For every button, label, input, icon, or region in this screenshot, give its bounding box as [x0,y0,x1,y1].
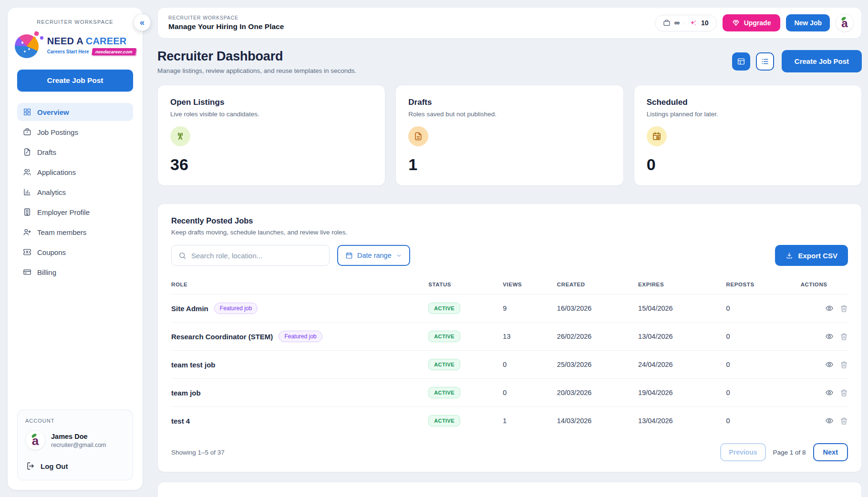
job-role: test 4 [171,417,190,425]
view-icon[interactable] [825,416,834,425]
job-created: 25/03/2026 [557,351,638,379]
jobs-table: ROLE STATUS VIEWS CREATED EXPIRES REPOST… [171,275,848,435]
view-icon[interactable] [825,332,834,341]
stat-cards: Open Listings Live roles visible to cand… [157,85,862,186]
status-badge: ACTIVE [428,303,460,314]
stat-card-drafts: Drafts Roles saved but not published. 1 [395,85,623,186]
table-header-row: ROLE STATUS VIEWS CREATED EXPIRES REPOST… [171,275,848,294]
header-actions: ACTIONS [801,275,848,294]
header-views: VIEWS [503,275,557,294]
sidebar-item-employer-profile[interactable]: Employer Profile [17,203,133,221]
table-icon [737,57,745,66]
view-icon[interactable] [825,304,834,313]
stat-value: 0 [647,155,849,174]
logout-button[interactable]: Log Out [25,459,125,473]
account-card: ACCOUNT a James Doe recruiter@gmail.com … [17,410,133,480]
stat-value: 36 [170,155,372,174]
create-job-post-button[interactable]: Create Job Post [782,50,862,72]
delete-icon[interactable] [840,304,848,313]
dashboard-header: Recruiter Dashboard Manage listings, rev… [157,49,862,74]
table-row: team job ACTIVE 0 20/03/2026 19/04/2026 … [171,379,848,407]
view-icon[interactable] [825,388,834,397]
building-icon [23,208,31,216]
recently-posted-jobs-card: Recently Posted Jobs Keep drafts moving,… [157,203,862,472]
brand-logo: NEED A CAREER Careers Start Here needaca… [17,31,133,59]
sidebar-collapse-button[interactable]: « [134,14,151,31]
sidebar-item-job-postings[interactable]: Job Postings [17,123,133,141]
sidebar-item-label: Analytics [37,188,66,196]
stat-card-open-listings: Open Listings Live roles visible to cand… [157,85,385,186]
job-expires: 19/04/2026 [638,379,726,407]
brand-tagline: Careers Start Here [47,49,89,54]
gem-icon [732,19,740,27]
account-email: recruiter@gmail.com [51,442,106,448]
briefcase-icon [23,128,31,136]
status-badge: ACTIVE [428,359,460,370]
ticket-icon [23,248,31,256]
status-badge: ACTIVE [428,415,460,426]
sidebar-nav: Overview Job Postings Drafts Application… [17,103,133,281]
delete-icon[interactable] [840,417,848,425]
sidebar-item-overview[interactable]: Overview [17,103,133,121]
chevron-down-icon [396,253,402,259]
job-reposts: 0 [726,294,801,323]
chevrons-left-icon: « [140,18,145,28]
download-icon [785,252,793,259]
delete-icon[interactable] [840,361,848,369]
page-subtitle: Manage listings, review applications, an… [157,67,356,74]
page-indicator: Page 1 of 8 [773,449,806,456]
table-row: Site AdminFeatured job ACTIVE 9 16/03/20… [171,294,848,323]
job-expires: 13/04/2026 [638,323,726,351]
user-plus-icon [23,228,31,236]
page-title: Recruiter Dashboard [157,49,356,64]
user-avatar[interactable]: a [836,14,854,32]
brand-domain-badge: needacareer.com [92,48,136,55]
delete-icon[interactable] [840,333,848,341]
credits-pill[interactable]: ∞ · 10 [655,15,717,31]
job-role: team job [171,389,201,397]
table-view-toggle[interactable] [732,52,750,71]
export-csv-button[interactable]: Export CSV [775,245,848,266]
calendar-clock-icon [647,126,667,146]
credits-count: 10 [701,19,709,27]
sidebar-item-applications[interactable]: Applications [17,163,133,181]
job-views: 1 [503,407,557,435]
previous-page-button[interactable]: Previous [720,443,765,461]
sidebar-item-drafts[interactable]: Drafts [17,143,133,161]
table-row: team test job ACTIVE 0 25/03/2026 24/04/… [171,351,848,379]
status-badge: ACTIVE [428,387,460,398]
next-page-button[interactable]: Next [813,443,848,461]
job-role: Site Admin [171,304,208,313]
sidebar-item-team-members[interactable]: Team members [17,223,133,241]
sidebar: RECRUITER WORKSPACE NEED A CAREER Career… [7,7,143,490]
sidebar-item-billing[interactable]: Billing [17,263,133,281]
sidebar-item-coupons[interactable]: Coupons [17,243,133,261]
new-job-button[interactable]: New Job [786,14,830,31]
status-badge: ACTIVE [428,331,460,342]
logout-icon [26,462,35,470]
briefcase-icon [663,19,671,27]
sidebar-item-analytics[interactable]: Analytics [17,183,133,201]
list-icon [761,57,769,66]
job-reposts: 0 [726,379,801,407]
top-header-bar: RECRUITER WORKSPACE Manage Your Hiring I… [157,7,862,39]
upgrade-button[interactable]: Upgrade [723,14,781,31]
main-content: RECRUITER WORKSPACE Manage Your Hiring I… [157,7,862,497]
brand-globe-icon [15,31,42,59]
search-input[interactable] [191,252,322,260]
account-name: James Doe [51,433,106,440]
delete-icon[interactable] [840,389,848,397]
header-role: ROLE [171,275,428,294]
sidebar-create-job-button[interactable]: Create Job Post [17,70,133,91]
users-icon [23,168,31,176]
search-icon [178,252,186,260]
job-role: Research Coordinator (STEM) [171,333,273,341]
view-icon[interactable] [825,360,834,369]
account-avatar: a [25,430,45,450]
list-view-toggle[interactable] [756,52,774,71]
broadcast-icon [170,126,190,146]
job-reposts: 0 [726,323,801,351]
brand-name: NEED A CAREER [47,36,135,47]
date-range-button[interactable]: Date range [337,245,410,266]
pagination: Previous Page 1 of 8 Next [720,443,848,461]
